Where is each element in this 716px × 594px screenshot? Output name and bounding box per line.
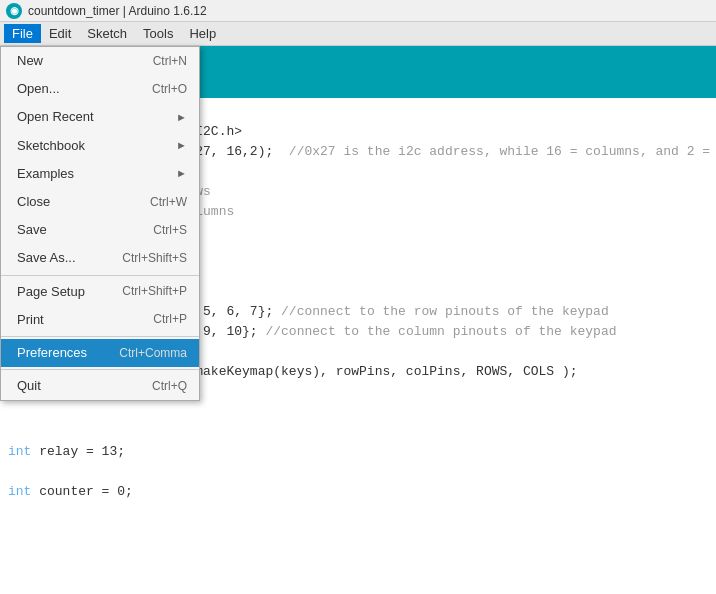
menu-item-page-setup-label: Page Setup	[17, 283, 85, 301]
menu-item-page-setup[interactable]: Page Setup Ctrl+Shift+P	[1, 278, 199, 306]
menu-item-new[interactable]: New Ctrl+N	[1, 47, 199, 75]
menu-item-save-as-shortcut: Ctrl+Shift+S	[122, 250, 187, 267]
menu-item-print-label: Print	[17, 311, 44, 329]
app-icon: ◉	[6, 3, 22, 19]
separator-2	[1, 336, 199, 337]
menu-item-preferences-label: Preferences	[17, 344, 87, 362]
menu-item-new-label: New	[17, 52, 43, 70]
menu-item-preferences[interactable]: Preferences Ctrl+Comma	[1, 339, 199, 367]
menu-item-quit-label: Quit	[17, 377, 41, 395]
menu-item-sketchbook[interactable]: Sketchbook ►	[1, 132, 199, 160]
menu-item-open-label: Open...	[17, 80, 60, 98]
submenu-arrow-examples: ►	[176, 166, 187, 181]
code-line	[8, 402, 708, 422]
menu-item-quit[interactable]: Quit Ctrl+Q	[1, 372, 199, 400]
menu-item-save-as[interactable]: Save As... Ctrl+Shift+S	[1, 244, 199, 272]
menu-item-open-shortcut: Ctrl+O	[152, 81, 187, 98]
menu-item-save-label: Save	[17, 221, 47, 239]
menu-item-examples[interactable]: Examples ►	[1, 160, 199, 188]
menu-item-save[interactable]: Save Ctrl+S	[1, 216, 199, 244]
menu-help[interactable]: Help	[181, 24, 224, 43]
submenu-arrow-open-recent: ►	[176, 110, 187, 125]
code-line	[8, 462, 708, 482]
menu-item-close[interactable]: Close Ctrl+W	[1, 188, 199, 216]
menu-item-open[interactable]: Open... Ctrl+O	[1, 75, 199, 103]
code-line: int counter = 0;	[8, 482, 708, 502]
menu-item-new-shortcut: Ctrl+N	[153, 53, 187, 70]
menu-bar: File Edit Sketch Tools Help	[0, 22, 716, 46]
menu-file[interactable]: File	[4, 24, 41, 43]
menu-edit[interactable]: Edit	[41, 24, 79, 43]
menu-item-close-shortcut: Ctrl+W	[150, 194, 187, 211]
submenu-arrow-sketchbook: ►	[176, 138, 187, 153]
code-line	[8, 422, 708, 442]
menu-item-open-recent[interactable]: Open Recent ►	[1, 103, 199, 131]
menu-item-print-shortcut: Ctrl+P	[153, 311, 187, 328]
code-line: int relay = 13;	[8, 442, 708, 462]
menu-item-save-as-label: Save As...	[17, 249, 76, 267]
separator-1	[1, 275, 199, 276]
separator-3	[1, 369, 199, 370]
menu-item-quit-shortcut: Ctrl+Q	[152, 378, 187, 395]
menu-item-page-setup-shortcut: Ctrl+Shift+P	[122, 283, 187, 300]
menu-item-open-recent-label: Open Recent	[17, 108, 94, 126]
window-title: countdown_timer | Arduino 1.6.12	[28, 4, 207, 18]
menu-tools[interactable]: Tools	[135, 24, 181, 43]
menu-item-examples-label: Examples	[17, 165, 74, 183]
menu-item-close-label: Close	[17, 193, 50, 211]
file-menu-dropdown: New Ctrl+N Open... Ctrl+O Open Recent ► …	[0, 46, 200, 401]
menu-item-print[interactable]: Print Ctrl+P	[1, 306, 199, 334]
menu-item-save-shortcut: Ctrl+S	[153, 222, 187, 239]
menu-sketch[interactable]: Sketch	[79, 24, 135, 43]
title-bar: ◉ countdown_timer | Arduino 1.6.12	[0, 0, 716, 22]
menu-item-sketchbook-label: Sketchbook	[17, 137, 85, 155]
menu-item-preferences-shortcut: Ctrl+Comma	[119, 345, 187, 362]
